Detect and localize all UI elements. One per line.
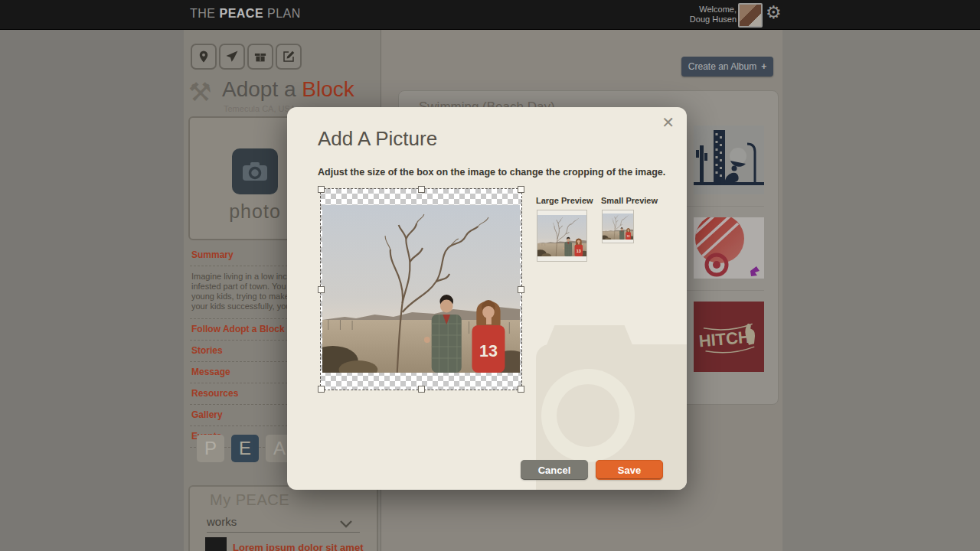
cancel-button[interactable]: Cancel	[521, 460, 588, 480]
small-preview	[602, 210, 634, 243]
crop-area[interactable]	[320, 188, 522, 390]
crop-handle-e[interactable]	[518, 286, 524, 293]
small-preview-label: Small Preview	[601, 196, 658, 205]
close-icon[interactable]: ✕	[662, 113, 675, 132]
modal-description: Adjust the size of the box on the image …	[318, 167, 665, 178]
crop-handle-se[interactable]	[518, 386, 524, 393]
save-button[interactable]: Save	[596, 460, 663, 480]
add-picture-modal: ✕ Add A Picture Adjust the size of the b…	[287, 107, 687, 490]
crop-selection[interactable]	[320, 188, 522, 390]
crop-handle-s[interactable]	[418, 386, 425, 393]
camera-watermark-hump	[546, 325, 633, 347]
crop-handle-n[interactable]	[418, 186, 425, 193]
large-preview	[537, 210, 587, 262]
crop-handle-sw[interactable]	[318, 386, 325, 393]
app-root: 13 THE PEACE PLAN Welcome, Doug Husen ⚙ …	[0, 0, 980, 551]
modal-title: Add A Picture	[318, 127, 437, 151]
crop-handle-ne[interactable]	[518, 186, 524, 193]
large-preview-label: Large Preview	[536, 196, 593, 205]
camera-watermark-lens	[557, 384, 619, 447]
crop-handle-nw[interactable]	[318, 186, 325, 193]
crop-handle-w[interactable]	[318, 286, 325, 293]
